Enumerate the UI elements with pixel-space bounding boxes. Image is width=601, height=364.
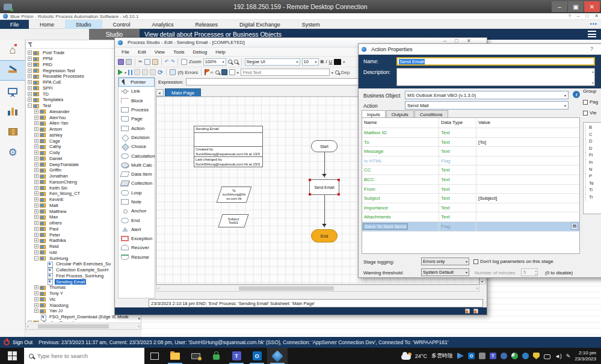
tree-expander-icon[interactable] (34, 215, 39, 219)
tree-expander-icon[interactable] (34, 303, 39, 307)
tree-expander-icon[interactable] (34, 233, 39, 237)
tree-expander-icon[interactable] (41, 274, 45, 278)
input-row[interactable]: Importance Text ▤ (362, 203, 579, 213)
tree-expander-icon[interactable] (28, 321, 32, 322)
data-item-entry[interactable]: Ti (585, 187, 601, 194)
tree-expander-icon[interactable] (28, 51, 32, 55)
toolbox-item[interactable]: Block (119, 96, 155, 105)
column-header-datatype[interactable]: Data Type (439, 118, 476, 128)
input-row[interactable]: BCC Text ▤ (362, 175, 579, 185)
toolbox-item[interactable]: Pointer (119, 78, 155, 87)
menu-item[interactable]: Tools (169, 49, 189, 55)
checkbox-icon[interactable] (583, 111, 588, 116)
tree-expander-icon[interactable] (34, 238, 39, 242)
tree-expander-icon[interactable] (34, 291, 39, 295)
input-value[interactable]: [To] (476, 138, 579, 147)
tray-teams-icon[interactable]: T (490, 353, 496, 359)
toolbox-item[interactable]: Collection (119, 179, 155, 188)
data-item-entry[interactable]: D (585, 146, 601, 153)
copy-icon[interactable] (144, 59, 150, 65)
action-select[interactable]: Send Mail▾ (405, 101, 569, 110)
print-icon[interactable] (126, 59, 132, 65)
scroll-down-icon[interactable]: ▾ (481, 279, 483, 283)
start-button[interactable] (0, 348, 24, 364)
input-row[interactable]: Attachments Text ▤ (362, 212, 579, 222)
bp-maximize-button[interactable]: □ (585, 13, 588, 19)
tree-vscroll-down-icon[interactable]: ▾ (138, 316, 140, 321)
stage-logging-select[interactable]: Errors only▾ (421, 258, 469, 265)
tree-expander-icon[interactable] (34, 180, 39, 184)
checkbox-icon[interactable] (473, 259, 478, 264)
paste-icon[interactable] (152, 59, 158, 65)
step-icon[interactable] (134, 69, 140, 75)
tree-expander-icon[interactable] (34, 309, 39, 313)
selection-handle[interactable] (309, 193, 311, 196)
blueprism-taskbar-button[interactable] (267, 348, 288, 364)
rail-analytics[interactable] (0, 101, 25, 122)
ribbon-overflow-icon[interactable]: ••• (590, 21, 597, 27)
toolbox-item[interactable]: Anchor (119, 206, 155, 215)
data-item-entry[interactable]: D (585, 138, 601, 146)
tree-expander-icon[interactable] (28, 103, 32, 108)
tray-blueprism-icon[interactable] (457, 353, 464, 359)
ribbon-tab[interactable]: Studio (65, 20, 102, 29)
tree-expander-icon[interactable] (34, 156, 39, 161)
tree-expander-icon[interactable] (41, 262, 45, 266)
ribbon-tab[interactable]: Control (102, 20, 141, 29)
run-options-caret[interactable]: ▾ (125, 70, 126, 75)
tree-expander-icon[interactable] (34, 227, 39, 231)
breakpoint-flag-icon[interactable] (205, 69, 206, 75)
sign-out-label[interactable]: Sign Out (13, 339, 32, 345)
toolbox-item[interactable]: Choice (119, 142, 155, 151)
rdp-restore-button[interactable]: ▣ (568, 1, 584, 12)
input-value[interactable]: [Subject] (476, 194, 579, 203)
tray-display-icon[interactable] (479, 353, 485, 359)
tray-status-icon[interactable] (511, 353, 518, 359)
save-icon[interactable] (118, 59, 124, 65)
input-value[interactable] (476, 222, 579, 231)
volume-icon[interactable]: ◄) (555, 353, 562, 359)
data-item-entry[interactable]: P (585, 173, 601, 180)
toolbox-item[interactable]: Calculation (119, 151, 155, 160)
italic-button[interactable]: I (325, 59, 327, 64)
tree-expander-icon[interactable] (34, 121, 39, 125)
ribbon-tab[interactable]: Home (29, 20, 65, 29)
toolbox-item[interactable]: Resume (119, 253, 155, 262)
errors-icon[interactable] (170, 69, 176, 75)
data-item-entry[interactable]: B (585, 125, 601, 132)
tree-expander-icon[interactable] (34, 110, 39, 114)
input-row[interactable]: Subject Text [Subject] ▤ (362, 194, 579, 203)
data-item-entry[interactable]: Fl (585, 152, 601, 159)
rail-releases[interactable] (0, 122, 25, 142)
tree-expander-icon[interactable] (28, 92, 32, 96)
input-row[interactable]: Message Text ▤ (362, 147, 579, 156)
tree-expander-icon[interactable] (28, 80, 32, 84)
toolbox-item[interactable]: Alert (119, 225, 155, 234)
group-checkbox-view[interactable]: Vie (583, 110, 596, 116)
cut-icon[interactable]: ✂ (138, 59, 143, 64)
canvas-scroll-thumb[interactable] (239, 286, 334, 291)
start-node[interactable]: Start (311, 140, 337, 152)
rdp-minimize-button[interactable]: – (552, 1, 567, 12)
font-select[interactable]: Segoe UI▾ (245, 58, 300, 66)
menu-icon[interactable] (588, 31, 596, 37)
log-export-icon[interactable] (473, 309, 478, 313)
info-icon[interactable]: i (573, 91, 580, 98)
zoom-in-icon[interactable] (228, 60, 232, 64)
page-tab-main[interactable]: Main Page (165, 88, 201, 96)
find-text-input[interactable] (241, 69, 330, 76)
tray-outlook-icon[interactable]: O (468, 353, 475, 359)
ribbon-tab[interactable]: System (291, 20, 331, 29)
tree-expander-icon[interactable] (34, 139, 39, 143)
dependencies-label[interactable]: Dep (341, 70, 350, 75)
input-value[interactable] (476, 165, 579, 174)
tree-expander-icon[interactable] (28, 63, 32, 67)
tree-expander-icon[interactable] (41, 268, 45, 272)
input-value[interactable] (476, 212, 579, 221)
toolbox-item[interactable]: End (119, 215, 155, 224)
tree-expander-icon[interactable] (34, 116, 39, 120)
textarea-scroll-up-icon[interactable]: ▴ (592, 69, 594, 73)
tray-hp-icon[interactable] (522, 353, 529, 359)
step-out-icon[interactable] (150, 69, 156, 75)
toolbox-item[interactable]: Loop (119, 188, 155, 197)
